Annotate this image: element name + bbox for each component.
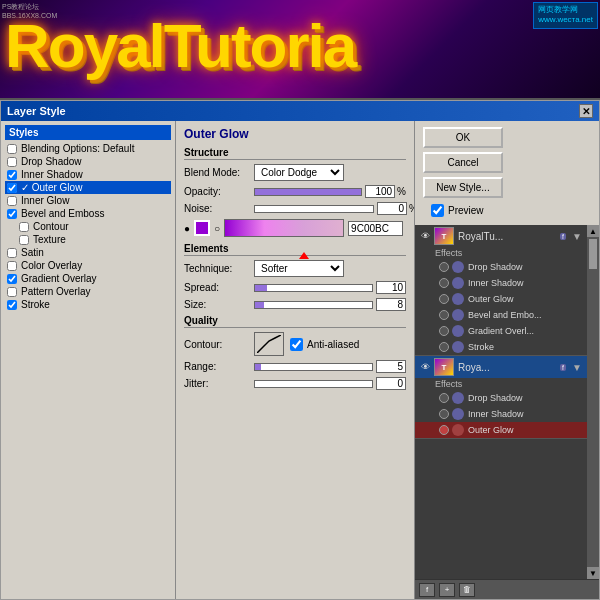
- range-control: [254, 360, 406, 373]
- opacity-row: Opacity: %: [184, 185, 406, 198]
- technique-label: Technique:: [184, 263, 254, 274]
- cancel-button[interactable]: Cancel: [423, 152, 503, 173]
- effect-inner-shadow-1[interactable]: Inner Shadow: [415, 275, 587, 291]
- style-satin[interactable]: Satin: [5, 246, 171, 259]
- blend-mode-select[interactable]: Color Dodge Normal Multiply Screen: [254, 164, 344, 181]
- spread-row: Spread:: [184, 281, 406, 294]
- style-label: Inner Shadow: [21, 169, 83, 180]
- color-gradient[interactable]: [224, 219, 344, 237]
- style-inner-glow[interactable]: Inner Glow: [5, 194, 171, 207]
- contour-thumbnail[interactable]: [254, 332, 284, 356]
- style-label: Contour: [33, 221, 69, 232]
- effect-inner-shadow-2[interactable]: Inner Shadow: [415, 406, 587, 422]
- eye-effect-4[interactable]: [439, 310, 449, 320]
- range-row: Range:: [184, 360, 406, 373]
- effect-outer-glow-1[interactable]: Outer Glow: [415, 291, 587, 307]
- color-radio-gradient[interactable]: ○: [214, 223, 220, 234]
- layer-row-1[interactable]: 👁 T RoyalTu... f ▼: [415, 225, 587, 247]
- color-overlay-checkbox[interactable]: [7, 261, 17, 271]
- opacity-slider[interactable]: [254, 188, 362, 196]
- add-style-button[interactable]: f: [419, 583, 435, 597]
- eye-effect-1[interactable]: [439, 262, 449, 272]
- scroll-down[interactable]: ▼: [587, 567, 599, 579]
- eye-effect-9[interactable]: [439, 425, 449, 435]
- anti-alias-checkbox[interactable]: [290, 338, 303, 351]
- effect-outer-glow-2[interactable]: Outer Glow: [415, 422, 587, 438]
- eye-effect-8[interactable]: [439, 409, 449, 419]
- close-button[interactable]: ✕: [579, 104, 593, 118]
- layer-arrow-1[interactable]: ▼: [571, 230, 583, 242]
- contour-checkbox[interactable]: [19, 222, 29, 232]
- inner-glow-checkbox[interactable]: [7, 196, 17, 206]
- eye-effect-3[interactable]: [439, 294, 449, 304]
- style-pattern-overlay[interactable]: Pattern Overlay: [5, 285, 171, 298]
- style-blending-options[interactable]: Blending Options: Default: [5, 142, 171, 155]
- style-label: Blending Options: Default: [21, 143, 134, 154]
- add-layer-button[interactable]: +: [439, 583, 455, 597]
- effect-name: Drop Shadow: [468, 393, 523, 403]
- stroke-checkbox[interactable]: [7, 300, 17, 310]
- drop-shadow-checkbox[interactable]: [7, 157, 17, 167]
- style-color-overlay[interactable]: Color Overlay: [5, 259, 171, 272]
- layer-row-2[interactable]: 👁 T Roya... f ▼: [415, 356, 587, 378]
- noise-slider[interactable]: [254, 205, 374, 213]
- new-style-button[interactable]: New Style...: [423, 177, 503, 198]
- blending-options-checkbox[interactable]: [7, 144, 17, 154]
- style-label: Satin: [21, 247, 44, 258]
- style-inner-shadow[interactable]: Inner Shadow: [5, 168, 171, 181]
- layers-toolbar: f + 🗑: [415, 579, 599, 599]
- color-swatch[interactable]: [194, 220, 210, 236]
- range-input[interactable]: [376, 360, 406, 373]
- layers-content: 👁 T RoyalTu... f ▼ Effects Drop Shadow: [415, 225, 587, 579]
- styles-header: Styles: [5, 125, 171, 140]
- bevel-emboss-checkbox[interactable]: [7, 209, 17, 219]
- size-slider[interactable]: [254, 301, 373, 309]
- scroll-up[interactable]: ▲: [587, 225, 599, 237]
- eye-effect-5[interactable]: [439, 326, 449, 336]
- texture-checkbox[interactable]: [19, 235, 29, 245]
- color-hex-input[interactable]: [348, 221, 403, 236]
- spread-slider[interactable]: [254, 284, 373, 292]
- satin-checkbox[interactable]: [7, 248, 17, 258]
- gradient-overlay-checkbox[interactable]: [7, 274, 17, 284]
- style-outer-glow[interactable]: ✓ Outer Glow: [5, 181, 171, 194]
- layer-arrow-2[interactable]: ▼: [571, 361, 583, 373]
- eye-effect-2[interactable]: [439, 278, 449, 288]
- effect-icon-gradient-1: [452, 325, 464, 337]
- size-label: Size:: [184, 299, 254, 310]
- style-contour[interactable]: Contour: [5, 220, 171, 233]
- effect-drop-shadow-1[interactable]: Drop Shadow: [415, 259, 587, 275]
- style-drop-shadow[interactable]: Drop Shadow: [5, 155, 171, 168]
- effect-drop-shadow-2[interactable]: Drop Shadow: [415, 390, 587, 406]
- eye-effect-7[interactable]: [439, 393, 449, 403]
- effect-gradient-1[interactable]: Gradient Overl...: [415, 323, 587, 339]
- outer-glow-checkbox[interactable]: [7, 183, 17, 193]
- range-slider[interactable]: [254, 363, 373, 371]
- spread-input[interactable]: [376, 281, 406, 294]
- size-input[interactable]: [376, 298, 406, 311]
- effect-bevel-1[interactable]: Bevel and Embo...: [415, 307, 587, 323]
- opacity-input[interactable]: [365, 185, 395, 198]
- color-radio-solid[interactable]: ●: [184, 223, 190, 234]
- jitter-slider[interactable]: [254, 380, 373, 388]
- technique-select[interactable]: Softer Precise: [254, 260, 344, 277]
- style-bevel-emboss[interactable]: Bevel and Emboss: [5, 207, 171, 220]
- effect-name: Inner Shadow: [468, 409, 524, 419]
- pattern-overlay-checkbox[interactable]: [7, 287, 17, 297]
- eye-icon-2[interactable]: 👁: [419, 361, 431, 373]
- effect-name: Stroke: [468, 342, 494, 352]
- size-control: [254, 298, 406, 311]
- inner-shadow-checkbox[interactable]: [7, 170, 17, 180]
- eye-icon-1[interactable]: 👁: [419, 230, 431, 242]
- effect-stroke-1[interactable]: Stroke: [415, 339, 587, 355]
- style-stroke[interactable]: Stroke: [5, 298, 171, 311]
- jitter-input[interactable]: [376, 377, 406, 390]
- scroll-thumb[interactable]: [589, 239, 597, 269]
- preview-checkbox[interactable]: [431, 204, 444, 217]
- delete-layer-button[interactable]: 🗑: [459, 583, 475, 597]
- ok-button[interactable]: OK: [423, 127, 503, 148]
- style-texture[interactable]: Texture: [5, 233, 171, 246]
- eye-effect-6[interactable]: [439, 342, 449, 352]
- style-gradient-overlay[interactable]: Gradient Overlay: [5, 272, 171, 285]
- noise-input[interactable]: [377, 202, 407, 215]
